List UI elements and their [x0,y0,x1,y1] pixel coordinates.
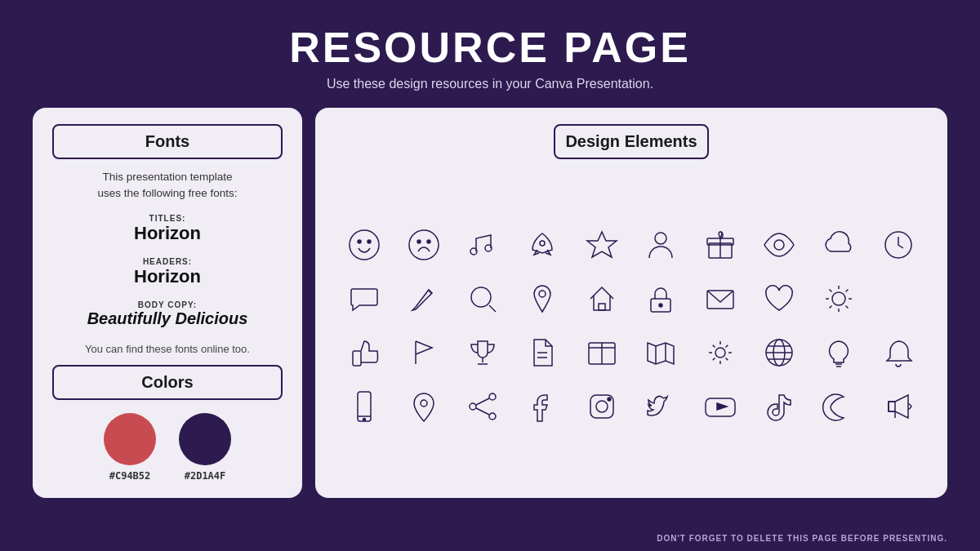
icon-row-3 [335,330,928,375]
color-swatches: #C94B52 #2D1A4F [52,413,283,482]
svg-point-5 [427,240,430,243]
svg-point-3 [409,230,439,260]
page-header: RESOURCE PAGE Use these design resources… [0,0,980,101]
svg-marker-59 [717,403,727,410]
mobile-icon [341,384,387,429]
svg-point-19 [659,304,662,307]
color-hex-2: #2D1A4F [185,470,226,482]
share-icon [460,384,506,429]
tiktok-icon [756,384,802,429]
svg-rect-30 [353,351,361,366]
svg-line-26 [830,290,832,292]
svg-line-29 [830,306,832,309]
facebook-icon [519,384,565,429]
clock-icon [875,222,921,268]
icon-row-2 [335,276,928,322]
color-hex-1: #C94B52 [109,470,151,482]
book-icon [579,330,625,375]
svg-line-28 [846,290,849,292]
font-body: BODY COPY: Beautifully Delicious [52,300,283,328]
gear-icon [697,330,743,375]
trophy-icon [460,330,506,375]
eye-icon [756,222,802,268]
svg-point-13 [774,240,784,250]
main-content: Fonts This presentation template uses th… [0,108,980,498]
color-circle-2 [179,413,231,465]
svg-rect-60 [889,402,895,411]
location-pin-icon [401,384,447,429]
svg-point-56 [596,401,608,412]
heart-icon [756,276,802,322]
icon-row-1 [335,222,928,268]
icon-row-4 [335,384,928,429]
star-icon [579,222,625,268]
smiley-icon [341,222,387,268]
flag-icon [401,330,447,375]
svg-point-51 [470,403,476,410]
fonts-section-label: Fonts [52,124,283,159]
pin-icon [519,276,565,322]
twitter-icon [638,384,684,429]
svg-point-2 [368,240,371,243]
colors-section-label: Colors [52,365,283,400]
lightbulb-icon [816,330,862,375]
color-swatch-2: #2D1A4F [179,413,231,482]
page-title: RESOURCE PAGE [0,23,980,72]
speech-bubble-icon [341,276,387,322]
design-elements-label: Design Elements [554,124,708,159]
globe-icon [756,330,802,375]
colors-section: Colors #C94B52 #2D1A4F [52,365,283,482]
search-icon [460,276,506,322]
megaphone-icon [875,384,921,429]
moon-icon [816,384,862,429]
envelope-icon [697,276,743,322]
instagram-icon [579,384,625,429]
svg-point-15 [471,287,491,307]
icons-grid [335,171,928,482]
gift-icon [697,222,743,268]
left-panel: Fonts This presentation template uses th… [33,108,302,498]
svg-point-57 [608,398,611,401]
color-circle-1 [104,413,156,465]
thumbs-up-icon [341,330,387,375]
svg-line-27 [846,306,849,309]
svg-point-38 [715,348,725,358]
svg-point-21 [832,292,845,305]
person-icon [638,222,684,268]
sad-face-icon [401,222,447,268]
bell-icon [875,330,921,375]
svg-marker-9 [587,232,617,257]
fonts-note: You can find these fonts online too. [52,343,283,355]
color-swatch-1: #C94B52 [104,413,156,482]
music-notes-icon [460,222,506,268]
house-icon [579,276,625,322]
svg-point-16 [539,291,546,297]
placeholder-icon [875,276,921,322]
svg-line-54 [476,408,489,415]
map-icon [638,330,684,375]
fonts-description: This presentation template uses the foll… [52,169,283,202]
svg-point-0 [350,230,379,260]
svg-marker-35 [648,343,674,364]
page-subtitle: Use these design resources in your Canva… [0,77,980,91]
document-icon [519,330,565,375]
pencil-icon [401,276,447,322]
svg-point-48 [363,419,366,421]
svg-point-10 [655,233,666,244]
svg-point-8 [540,241,545,246]
svg-rect-17 [599,304,605,310]
lock-icon [638,276,684,322]
footer-note: DON'T FORGET TO DELETE THIS PAGE BEFORE … [657,534,947,543]
cloud-icon [816,222,862,268]
right-panel: Design Elements [315,108,947,498]
font-headers: HEADERS: Horizon [52,257,283,287]
svg-point-50 [489,393,496,400]
svg-point-1 [358,240,361,243]
rocket-icon [519,222,565,268]
youtube-icon [697,384,743,429]
svg-point-49 [421,400,427,407]
sun-icon [816,276,862,322]
svg-line-53 [476,398,489,405]
font-titles: TITLES: Horizon [52,214,283,244]
svg-point-52 [489,413,496,420]
